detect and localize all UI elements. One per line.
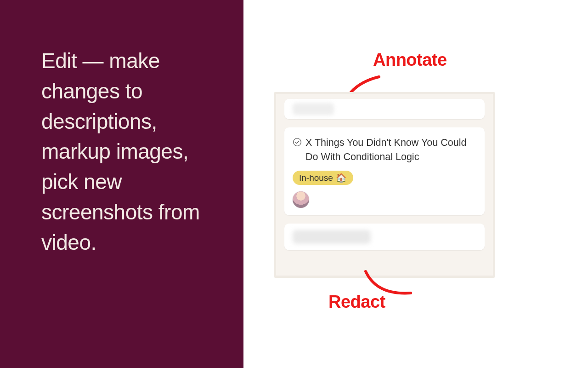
svg-point-0 [294, 138, 301, 146]
redacted-card-bottom [284, 224, 485, 250]
right-panel: Annotate X Things You Didn't Know You Co… [243, 0, 588, 368]
redacted-blur-top [293, 103, 334, 115]
screenshot-preview-frame: X Things You Didn't Know You Could Do Wi… [274, 92, 495, 278]
check-circle-icon [293, 138, 302, 147]
assignee-avatar [293, 191, 309, 208]
redacted-blur-bottom [293, 230, 371, 244]
house-icon: 🏠 [336, 172, 347, 183]
task-tag-text: In-house [299, 173, 333, 183]
task-card: X Things You Didn't Know You Could Do Wi… [284, 127, 485, 215]
annotate-label: Annotate [373, 50, 447, 70]
left-description-text: Edit — make changes to descriptions, mar… [41, 46, 213, 258]
left-panel: Edit — make changes to descriptions, mar… [0, 0, 243, 368]
redact-label: Redact [328, 292, 385, 312]
task-card-title: X Things You Didn't Know You Could Do Wi… [305, 136, 476, 164]
task-tag: In-house 🏠 [293, 171, 353, 185]
page-root: Edit — make changes to descriptions, mar… [0, 0, 588, 368]
task-card-title-row: X Things You Didn't Know You Could Do Wi… [293, 136, 476, 164]
redacted-card-top [284, 99, 485, 119]
